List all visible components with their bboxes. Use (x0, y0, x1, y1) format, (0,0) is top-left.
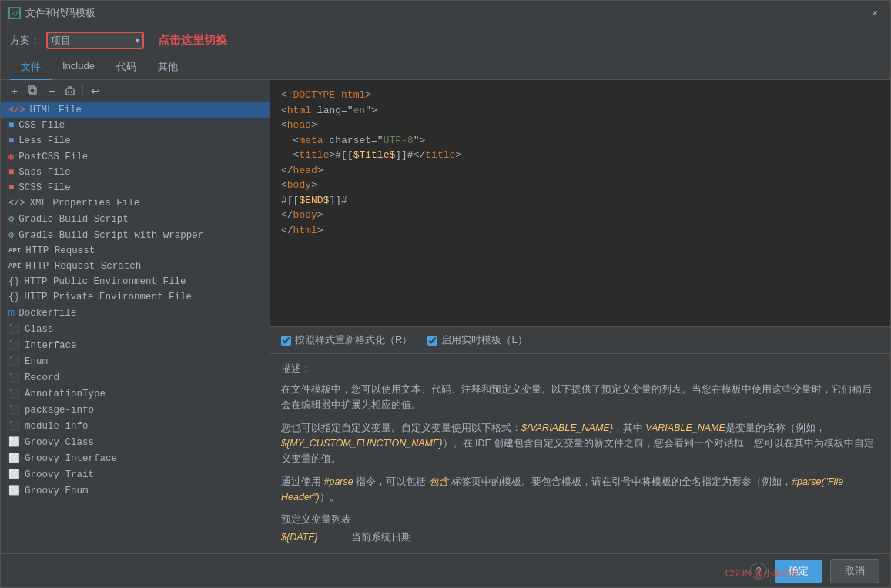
scheme-select-wrapper[interactable]: 项目 默认 自定义 ▾ (46, 32, 144, 49)
description-para-3: 通过使用 #parse 指令，可以包括 包含 标签页中的模板。要包含模板，请在引… (281, 474, 879, 505)
live-template-checkbox[interactable]: 启用实时模板（L） (427, 333, 527, 347)
groovy-trait-icon: ⬜ (8, 469, 20, 480)
file-item-label: Interface (25, 340, 77, 351)
gradle-file-icon: ⚙ (8, 213, 14, 225)
http-scratch-icon: API (8, 262, 21, 270)
tab-files[interactable]: 文件 (10, 55, 52, 80)
tab-code[interactable]: 代码 (106, 55, 147, 80)
file-item-label: Dockerfile (18, 308, 76, 319)
variable-list-title: 预定义变量列表 (281, 513, 879, 526)
chevron-down-icon: ▾ (136, 36, 139, 45)
cancel-button[interactable]: 取消 (830, 559, 879, 583)
list-item[interactable]: {} HTTP Private Environment File (1, 289, 270, 305)
file-item-label: HTTP Request Scratch (25, 261, 141, 272)
file-item-label: AnnotationType (25, 389, 106, 399)
http-private-icon: {} (8, 292, 19, 302)
list-item[interactable]: ⬛ module-info (1, 418, 270, 434)
code-line: <title>#[[$Title$]]#</title> (281, 148, 879, 163)
list-item[interactable]: ⬛ package-info (1, 402, 270, 418)
http-request-icon: API (8, 247, 21, 255)
file-item-label: Gradle Build Script with wrapper (18, 230, 203, 241)
list-item[interactable]: {} HTTP Public Environment File (1, 274, 270, 289)
remove-button[interactable]: − (44, 83, 59, 99)
list-item[interactable]: ◫ Dockerfile (1, 305, 270, 321)
description-panel: 描述： 在文件模板中，您可以使用文本、代码、注释和预定义变量。以下提供了预定义变… (270, 353, 890, 553)
code-line: #[[$END$]]# (281, 193, 879, 209)
reformat-checkbox[interactable]: 按照样式重新格式化（R） (281, 333, 412, 347)
record-icon: ⬛ (8, 372, 20, 383)
list-item[interactable]: ■ SCSS File (1, 180, 270, 195)
file-item-label: module-info (25, 421, 89, 432)
file-item-label: Less File (18, 135, 71, 146)
list-item[interactable]: ◉ PostCSS File (1, 149, 270, 165)
annotation-icon: ⬛ (8, 388, 20, 399)
list-item[interactable]: </> HTML File (1, 102, 270, 118)
groovy-class-icon: ⬜ (8, 436, 20, 448)
tab-include[interactable]: Include (52, 55, 106, 80)
file-item-label: Groovy Class (25, 437, 94, 448)
close-button[interactable]: × (867, 5, 883, 21)
enum-icon: ⬛ (8, 356, 20, 367)
code-line: <meta charset="UTF-8"> (281, 133, 879, 149)
list-item[interactable]: </> XML Properties File (1, 195, 270, 211)
description-para-1: 在文件模板中，您可以使用文本、代码、注释和预定义变量。以下提供了预定义变量的列表… (281, 382, 879, 413)
file-item-label: HTTP Private Environment File (24, 292, 192, 302)
add-button[interactable]: + (7, 83, 22, 99)
live-template-input[interactable] (427, 336, 437, 346)
sass-file-icon: ■ (8, 167, 14, 178)
list-item[interactable]: API HTTP Request (1, 243, 270, 259)
list-item[interactable]: ⬛ AnnotationType (1, 386, 270, 402)
file-item-label: Gradle Build Script (18, 214, 129, 225)
less-file-icon: ■ (8, 135, 14, 146)
class-icon: ⬛ (8, 323, 20, 335)
code-line: <html lang="en"> (281, 103, 879, 119)
list-item[interactable]: ⬜ Groovy Class (1, 434, 270, 450)
file-item-label: Groovy Interface (25, 453, 117, 464)
list-item[interactable]: ⬛ Enum (1, 353, 270, 369)
scheme-select[interactable]: 项目 默认 自定义 (51, 35, 136, 46)
file-item-label: SCSS File (18, 182, 71, 193)
reformat-label: 按照样式重新格式化（R） (295, 333, 412, 347)
file-item-label: Groovy Enum (25, 486, 89, 496)
list-item[interactable]: ⬜ Groovy Interface (1, 450, 270, 466)
list-item[interactable]: ■ Less File (1, 133, 270, 149)
reformat-input[interactable] (281, 336, 291, 346)
code-line: <head> (281, 118, 879, 133)
delete-button[interactable] (62, 83, 78, 99)
list-item[interactable]: ⬛ Record (1, 369, 270, 386)
list-toolbar: + − ↩ (1, 80, 270, 102)
code-editor[interactable]: <!DOCTYPE html> <html lang="en"> <head> … (270, 80, 890, 326)
list-item[interactable]: ■ Sass File (1, 165, 270, 180)
file-item-label: Enum (25, 356, 48, 367)
list-item[interactable]: ⬛ Interface (1, 337, 270, 353)
list-item[interactable]: ■ CSS File (1, 118, 270, 133)
gradle-wrapper-icon: ⚙ (8, 229, 14, 241)
module-icon: ⬛ (8, 420, 20, 432)
left-panel: + − ↩ </> HTML File ■ CSS Fi (1, 80, 270, 553)
checkboxes-bar: 按照样式重新格式化（R） 启用实时模板（L） (270, 326, 890, 353)
list-item[interactable]: ⬜ Groovy Trait (1, 466, 270, 483)
list-item[interactable]: API HTTP Request Scratch (1, 259, 270, 274)
copy-button[interactable] (25, 83, 41, 99)
main-content: + − ↩ </> HTML File ■ CSS Fi (1, 80, 890, 553)
file-item-label: Groovy Trait (25, 469, 94, 480)
postcss-file-icon: ◉ (8, 151, 14, 162)
undo-button[interactable]: ↩ (88, 83, 103, 99)
file-item-label: Record (25, 373, 59, 383)
tab-other[interactable]: 其他 (147, 55, 189, 80)
watermark: CSDN @小事✐撞 (725, 567, 799, 580)
list-item[interactable]: ⚙ Gradle Build Script (1, 211, 270, 227)
file-item-label: HTTP Public Environment File (24, 276, 186, 287)
file-item-label: Class (25, 324, 54, 335)
list-item[interactable]: ⚙ Gradle Build Script with wrapper (1, 227, 270, 243)
file-item-label: Sass File (18, 167, 71, 178)
svg-rect-4 (66, 89, 74, 95)
description-para-2: 您也可以指定自定义变量。自定义变量使用以下格式：${VARIABLE_NAME}… (281, 420, 879, 466)
file-item-label: package-info (25, 405, 94, 416)
app-icon: </> (8, 7, 21, 19)
file-item-label: HTML File (30, 105, 82, 115)
list-item[interactable]: ⬜ Groovy Enum (1, 483, 270, 499)
file-list[interactable]: </> HTML File ■ CSS File ■ Less File ◉ P… (1, 102, 270, 553)
list-item[interactable]: ⬛ Class (1, 321, 270, 337)
dockerfile-icon: ◫ (8, 307, 14, 319)
